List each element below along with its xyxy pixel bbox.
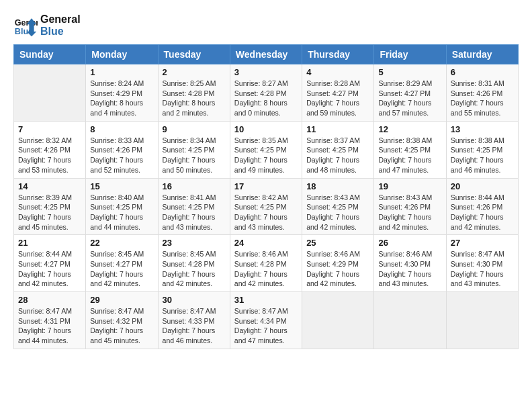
day-info: Sunrise: 8:41 AMSunset: 4:25 PMDaylight:… [163,193,226,232]
day-number: 18 [306,181,369,191]
calendar-cell: 24Sunrise: 8:46 AMSunset: 4:28 PMDayligh… [230,235,302,292]
calendar-cell: 4Sunrise: 8:28 AMSunset: 4:27 PMDaylight… [302,64,374,122]
day-number: 6 [451,67,514,77]
calendar-week-row: 14Sunrise: 8:39 AMSunset: 4:25 PMDayligh… [14,178,519,235]
calendar-cell: 7Sunrise: 8:32 AMSunset: 4:26 PMDaylight… [14,121,86,178]
header: General Blue General Blue [13,13,519,38]
day-number: 1 [90,67,153,77]
day-info: Sunrise: 8:24 AMSunset: 4:29 PMDaylight:… [90,79,153,118]
calendar-cell: 2Sunrise: 8:25 AMSunset: 4:28 PMDaylight… [158,64,230,122]
day-info: Sunrise: 8:28 AMSunset: 4:27 PMDaylight:… [306,79,369,118]
calendar-header-saturday: Saturday [446,45,518,64]
calendar-cell [14,64,86,122]
day-number: 21 [18,238,81,248]
day-info: Sunrise: 8:35 AMSunset: 4:25 PMDaylight:… [234,136,298,175]
day-number: 8 [90,124,153,134]
day-number: 11 [306,124,369,134]
calendar-cell: 19Sunrise: 8:43 AMSunset: 4:26 PMDayligh… [374,178,446,235]
day-info: Sunrise: 8:31 AMSunset: 4:26 PMDaylight:… [451,79,514,118]
calendar-cell: 22Sunrise: 8:45 AMSunset: 4:27 PMDayligh… [86,235,158,292]
day-info: Sunrise: 8:47 AMSunset: 4:34 PMDaylight:… [234,306,298,346]
day-number: 5 [378,67,441,77]
day-info: Sunrise: 8:43 AMSunset: 4:26 PMDaylight:… [378,193,441,232]
logo: General Blue General Blue [13,13,81,38]
calendar-week-row: 28Sunrise: 8:47 AMSunset: 4:31 PMDayligh… [14,292,519,349]
day-number: 19 [378,181,441,191]
calendar-cell: 13Sunrise: 8:38 AMSunset: 4:25 PMDayligh… [446,121,518,178]
calendar-cell [374,292,446,349]
calendar-header-tuesday: Tuesday [158,45,230,64]
day-info: Sunrise: 8:47 AMSunset: 4:30 PMDaylight:… [451,249,514,289]
calendar-cell: 12Sunrise: 8:38 AMSunset: 4:25 PMDayligh… [374,121,446,178]
day-number: 14 [18,181,81,191]
day-number: 7 [18,124,81,134]
day-number: 24 [234,238,298,248]
calendar-cell: 25Sunrise: 8:46 AMSunset: 4:29 PMDayligh… [302,235,374,292]
calendar-cell: 10Sunrise: 8:35 AMSunset: 4:25 PMDayligh… [230,121,302,178]
calendar-cell: 16Sunrise: 8:41 AMSunset: 4:25 PMDayligh… [158,178,230,235]
day-info: Sunrise: 8:38 AMSunset: 4:25 PMDaylight:… [378,136,441,175]
calendar-cell: 27Sunrise: 8:47 AMSunset: 4:30 PMDayligh… [446,235,518,292]
calendar-cell: 14Sunrise: 8:39 AMSunset: 4:25 PMDayligh… [14,178,86,235]
day-number: 25 [306,238,369,248]
day-number: 27 [451,238,514,248]
calendar-header-row: SundayMondayTuesdayWednesdayThursdayFrid… [14,45,519,64]
day-number: 15 [90,181,153,191]
day-number: 20 [451,181,514,191]
calendar-cell: 20Sunrise: 8:44 AMSunset: 4:26 PMDayligh… [446,178,518,235]
day-number: 29 [90,295,153,305]
day-number: 31 [234,295,298,305]
day-number: 16 [163,181,226,191]
day-info: Sunrise: 8:45 AMSunset: 4:27 PMDaylight:… [90,249,153,289]
calendar-cell: 9Sunrise: 8:34 AMSunset: 4:25 PMDaylight… [158,121,230,178]
calendar-cell: 15Sunrise: 8:40 AMSunset: 4:25 PMDayligh… [86,178,158,235]
calendar-cell: 31Sunrise: 8:47 AMSunset: 4:34 PMDayligh… [230,292,302,349]
day-info: Sunrise: 8:46 AMSunset: 4:29 PMDaylight:… [306,249,369,289]
logo-general: General [40,13,81,26]
day-number: 17 [234,181,298,191]
day-info: Sunrise: 8:47 AMSunset: 4:31 PMDaylight:… [18,306,81,346]
day-info: Sunrise: 8:46 AMSunset: 4:30 PMDaylight:… [378,249,441,289]
day-info: Sunrise: 8:27 AMSunset: 4:28 PMDaylight:… [234,79,298,118]
day-info: Sunrise: 8:47 AMSunset: 4:32 PMDaylight:… [90,306,153,346]
day-number: 30 [163,295,226,305]
day-info: Sunrise: 8:34 AMSunset: 4:25 PMDaylight:… [163,136,226,175]
day-info: Sunrise: 8:38 AMSunset: 4:25 PMDaylight:… [451,136,514,175]
calendar-header-monday: Monday [86,45,158,64]
calendar-week-row: 7Sunrise: 8:32 AMSunset: 4:26 PMDaylight… [14,121,519,178]
calendar-cell: 5Sunrise: 8:29 AMSunset: 4:27 PMDaylight… [374,64,446,122]
day-info: Sunrise: 8:39 AMSunset: 4:25 PMDaylight:… [18,193,81,232]
day-info: Sunrise: 8:42 AMSunset: 4:25 PMDaylight:… [234,193,298,232]
day-info: Sunrise: 8:33 AMSunset: 4:26 PMDaylight:… [90,136,153,175]
calendar-cell: 3Sunrise: 8:27 AMSunset: 4:28 PMDaylight… [230,64,302,122]
day-number: 28 [18,295,81,305]
calendar-header-sunday: Sunday [14,45,86,64]
calendar-header-wednesday: Wednesday [230,45,302,64]
day-number: 26 [378,238,441,248]
calendar-cell: 6Sunrise: 8:31 AMSunset: 4:26 PMDaylight… [446,64,518,122]
calendar-week-row: 21Sunrise: 8:44 AMSunset: 4:27 PMDayligh… [14,235,519,292]
day-info: Sunrise: 8:25 AMSunset: 4:28 PMDaylight:… [163,79,226,118]
calendar-cell: 11Sunrise: 8:37 AMSunset: 4:25 PMDayligh… [302,121,374,178]
day-info: Sunrise: 8:40 AMSunset: 4:25 PMDaylight:… [90,193,153,232]
calendar-cell: 21Sunrise: 8:44 AMSunset: 4:27 PMDayligh… [14,235,86,292]
calendar-cell: 1Sunrise: 8:24 AMSunset: 4:29 PMDaylight… [86,64,158,122]
day-number: 4 [306,67,369,77]
calendar-cell: 8Sunrise: 8:33 AMSunset: 4:26 PMDaylight… [86,121,158,178]
day-info: Sunrise: 8:46 AMSunset: 4:28 PMDaylight:… [234,249,298,289]
calendar-cell [446,292,518,349]
calendar-week-row: 1Sunrise: 8:24 AMSunset: 4:29 PMDaylight… [14,64,519,122]
calendar-cell: 18Sunrise: 8:43 AMSunset: 4:25 PMDayligh… [302,178,374,235]
day-info: Sunrise: 8:44 AMSunset: 4:26 PMDaylight:… [451,193,514,232]
logo-icon: General Blue [13,13,38,38]
calendar-cell: 28Sunrise: 8:47 AMSunset: 4:31 PMDayligh… [14,292,86,349]
day-info: Sunrise: 8:43 AMSunset: 4:25 PMDaylight:… [306,193,369,232]
day-number: 22 [90,238,153,248]
day-info: Sunrise: 8:29 AMSunset: 4:27 PMDaylight:… [378,79,441,118]
day-number: 12 [378,124,441,134]
day-info: Sunrise: 8:44 AMSunset: 4:27 PMDaylight:… [18,249,81,289]
day-info: Sunrise: 8:32 AMSunset: 4:26 PMDaylight:… [18,136,81,175]
day-info: Sunrise: 8:37 AMSunset: 4:25 PMDaylight:… [306,136,369,175]
day-number: 23 [163,238,226,248]
calendar-header-thursday: Thursday [302,45,374,64]
